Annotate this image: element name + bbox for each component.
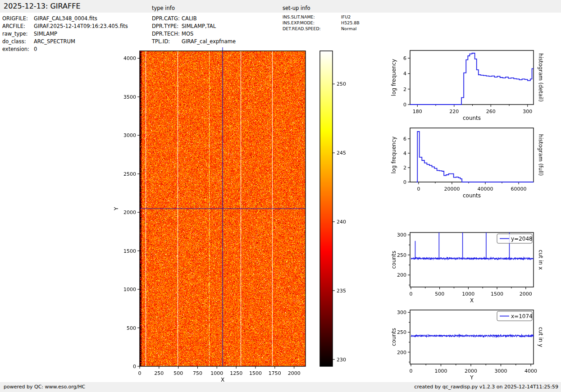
setup-info-block: INS.SLIT.NAME:IFU2INS.EXP.MODE:H525.8BDE…: [283, 14, 360, 32]
type-info-row: TPL.ID:GIRAF_cal_expfname: [152, 38, 236, 46]
metadata-label: raw_type:: [2, 30, 34, 38]
setup-info-label: INS.EXP.MODE:: [283, 20, 341, 26]
setup-info-row: DET.READ.SPEED:Normal: [283, 26, 360, 32]
setup-info-heading: set-up info: [283, 5, 310, 11]
type-info-label: TPL.ID:: [152, 38, 182, 46]
footer-powered-by: powered by QC: www.eso.org/HC: [4, 384, 85, 390]
type-info-heading: type info: [152, 5, 175, 11]
setup-info-value: H525.8B: [341, 20, 360, 26]
metadata-label: ARCFILE:: [2, 23, 34, 30]
type-info-row: DPR.TECH:MOS: [152, 30, 236, 38]
header-bar: 2025-12-13: GIRAFFE type info set-up inf…: [0, 0, 561, 13]
metadata-label: extension:: [2, 46, 34, 53]
setup-info-row: INS.SLIT.NAME:IFU2: [283, 14, 360, 20]
colorbar: [315, 45, 360, 387]
type-info-value: CALIB: [182, 15, 197, 23]
setup-info-value: IFU2: [341, 14, 351, 20]
raw-image-plot: [108, 45, 315, 387]
type-info-label: DPR.TECH:: [152, 30, 182, 38]
metadata-value: ARC_SPECTRUM: [34, 38, 75, 46]
setup-info-label: DET.READ.SPEED:: [283, 26, 341, 32]
setup-info-value: Normal: [341, 26, 356, 32]
metadata-label: ORIGFILE:: [2, 15, 34, 23]
metadata-row: raw_type:SIMLAMP: [2, 30, 128, 38]
metadata-value: GIRAF_CAL348_0004.fits: [34, 15, 97, 23]
qc-report-page: 2025-12-13: GIRAFFE type info set-up inf…: [0, 0, 561, 392]
metadata-row: do_class:ARC_SPECTRUM: [2, 38, 128, 46]
page-title: 2025-12-13: GIRAFFE: [4, 2, 81, 10]
type-info-value: MOS: [182, 30, 193, 38]
type-info-value: SIMLAMP,TAL: [182, 23, 216, 30]
setup-info-label: INS.SLIT.NAME:: [283, 14, 341, 20]
type-info-block: DPR.CATG:CALIBDPR.TYPE:SIMLAMP,TALDPR.TE…: [152, 15, 236, 46]
type-info-label: DPR.CATG:: [152, 15, 182, 23]
footer-bar: powered by QC: www.eso.org/HC created by…: [0, 382, 561, 392]
type-info-value: GIRAF_cal_expfname: [182, 38, 236, 46]
metadata-row: ARCFILE:GIRAF.2025-12-14T09:16:23.405.fi…: [2, 23, 128, 30]
cut-in-x-plot: [388, 225, 561, 308]
histogram-detail-plot: [388, 43, 561, 126]
histogram-full-plot: [388, 120, 561, 204]
metadata-row: ORIGFILE:GIRAF_CAL348_0004.fits: [2, 15, 128, 23]
type-info-label: DPR.TYPE:: [152, 23, 182, 30]
footer-created-by: created by qc_rawdisp.py v1.2.3 on 2025-…: [414, 384, 558, 390]
type-info-row: DPR.TYPE:SIMLAMP,TAL: [152, 23, 236, 30]
metadata-label: do_class:: [2, 38, 34, 46]
setup-info-row: INS.EXP.MODE:H525.8B: [283, 20, 360, 26]
type-info-row: DPR.CATG:CALIB: [152, 15, 236, 23]
cut-in-y-plot: [388, 302, 561, 386]
metadata-value: 0: [34, 46, 37, 53]
metadata-value: SIMLAMP: [34, 30, 57, 38]
metadata-value: GIRAF.2025-12-14T09:16:23.405.fits: [34, 23, 128, 30]
